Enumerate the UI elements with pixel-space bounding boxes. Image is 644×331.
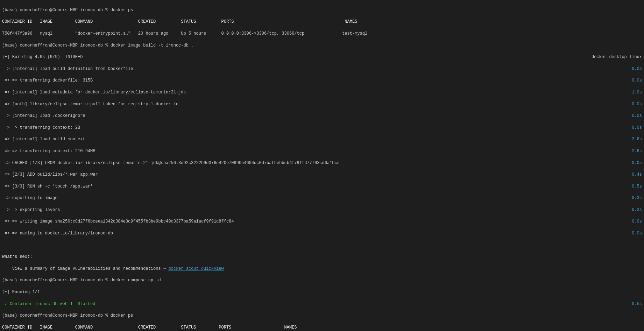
- line-26: ✓ Container ironoc-db-web-1 Started0.5s: [2, 301, 642, 307]
- terminal: (base) conorheffron@Conors-MBP ironoc-db…: [0, 0, 644, 331]
- line-15: => [2/3] ADD build/libs/*.war app.war0.4…: [2, 172, 642, 178]
- line-23: View a summary of image vulnerabilities …: [2, 266, 642, 272]
- line-5: [+] Building 4.9s (9/9) FINISHEDdocker:d…: [2, 54, 642, 60]
- line-7: => => transferring dockerfile: 315B0.0s: [2, 78, 642, 84]
- line-18: => => exporting layers0.3s: [2, 207, 642, 213]
- line-17: => exporting to image0.3s: [2, 195, 642, 201]
- line-4: (base) conorheffron@Conors-MBP ironoc-db…: [2, 43, 642, 49]
- line-25: [+] Running 1/1: [2, 289, 642, 295]
- line-20: => => naming to docker.io/library/ironoc…: [2, 231, 642, 237]
- line-16: => [3/3] RUN sh -c 'touch /app.war'0.5s: [2, 184, 642, 190]
- line-19: => => writing image sha256:c8d27f6bceea1…: [2, 219, 642, 225]
- line-13: => => transferring context: 210.94MB2.6s: [2, 148, 642, 154]
- line-2: CONTAINER ID IMAGE COMMAND CREATED STATU…: [2, 19, 642, 25]
- line-6: => [internal] load build definition from…: [2, 66, 642, 72]
- line-10: => [internal] load .dockerignore0.0s: [2, 113, 642, 119]
- line-11: => => transferring context: 2B0.0s: [2, 125, 642, 131]
- line-14: => CACHED [1/3] FROM docker.io/library/e…: [2, 160, 642, 166]
- line-12: => [internal] load build context2.6s: [2, 136, 642, 142]
- line-3: 750f447f3a96 mysql "docker-entrypoint.s……: [2, 31, 642, 37]
- line-24: (base) conorheffron@Conors-MBP ironoc-db…: [2, 277, 642, 283]
- line-21: [2, 242, 642, 248]
- line-22: What's next:: [2, 254, 642, 260]
- line-1: (base) conorheffron@Conors-MBP ironoc-db…: [2, 7, 642, 13]
- docker-scout-link[interactable]: docker scout quickview: [168, 266, 224, 271]
- line-8: => [internal] load metadata for docker.i…: [2, 90, 642, 96]
- line-28: CONTAINER ID IMAGE COMMAND CREATED STATU…: [2, 325, 642, 331]
- line-27: (base) conorheffron@Conors-MBP ironoc-db…: [2, 313, 642, 319]
- line-9: => [auth] library/eclipse-temurin:pull t…: [2, 101, 642, 107]
